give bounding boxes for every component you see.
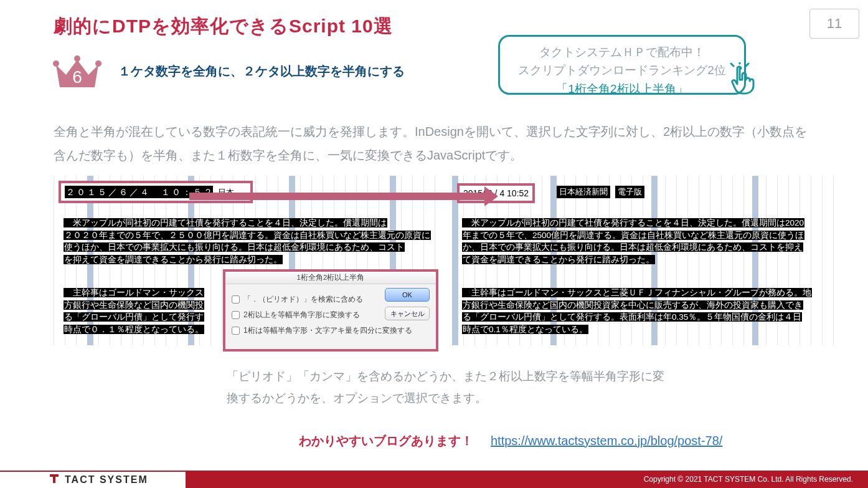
checkbox-icon[interactable]	[232, 311, 240, 319]
date-cell: ０	[75, 186, 86, 198]
text-line: 使うほか、日本での事業拡大にも振り向ける。日本は超低金利環境にあるため、コスト	[64, 242, 405, 252]
arrow-icon	[189, 189, 498, 203]
after-paragraph-1: 米アップルが同社初の円建て社債を発行することを４日、決定した。償還期間は2020…	[462, 217, 828, 266]
text-line: を抑えて資金を調達できることから発行に踏み切った。	[64, 255, 283, 264]
svg-point-4	[74, 55, 80, 62]
date-cell: ５	[97, 186, 107, 198]
date-cell: ２	[65, 186, 75, 198]
date-cell: ／	[128, 186, 139, 198]
ranking-row: 6 １ケタ数字を全角に、２ケタ以上数字を半角にする	[52, 51, 405, 91]
date-cell: １	[86, 186, 97, 198]
text-line: 方銀行や生命保険など国内の機関投	[64, 300, 204, 310]
page-number: 11	[809, 9, 859, 39]
dialog-option-label: 2桁以上を等幅半角字形に変換する	[243, 310, 360, 320]
svg-line-2	[746, 64, 748, 66]
after-paragraph-2: 主幹事はゴールドマン・サックスと三菱ＵＦＪフィナンシャル・グループが務める。地 …	[462, 287, 828, 335]
date-cell: １	[160, 186, 171, 198]
ok-button[interactable]: OK	[385, 288, 430, 302]
blog-link[interactable]: https://www.tactsystem.co.jp/blog/post-7…	[491, 434, 722, 448]
brand-name: TACT SYSTEM	[65, 474, 148, 486]
svg-point-5	[95, 60, 101, 67]
callout-script-name: 「1桁全角2桁以上半角」	[509, 80, 735, 98]
ranking-subtitle: １ケタ数字を全角に、２ケタ以上数字を半角にする	[118, 63, 405, 80]
callout-line1: タクトシステムＨＰで配布中！	[509, 43, 735, 61]
dialog-option-label: 「．（ピリオド）」を検索に含める	[243, 294, 363, 305]
brand-logo: TACT SYSTEM	[0, 471, 186, 488]
tact-mark-icon	[49, 473, 60, 487]
after-date-labels: 日本経済新聞 電子版	[557, 186, 644, 198]
text-line: ２０２０年までの５年で、２５００億円を調達する。資金は自社株買いなど株主還元の原…	[64, 231, 431, 240]
checkbox-icon[interactable]	[232, 295, 240, 304]
blog-lead: わかりやすいブログあります！	[299, 433, 473, 449]
page-title: 劇的にDTPを効率化できるScript 10選	[54, 14, 393, 39]
screenshots-row: ２ ０ １ ５ ／ ６ ／ ４ １ ０ ： ５ ２ 日本 米アップルが同社初の円…	[54, 176, 819, 352]
text-line: る「グローバル円債」として発行す	[64, 312, 204, 322]
text-line: か、日本での事業拡大にも振り向ける。日本は超低金利環境にあるため、コストを抑え	[462, 242, 803, 252]
svg-line-1	[731, 64, 734, 66]
after-screenshot: 2015/ 6 / 4 10:52 日本経済新聞 電子版 米アップルが同社初の円…	[452, 176, 834, 345]
before-paragraph-1: 米アップルが同社初の円建て社債を発行することを４日、決定した。償還期間は ２０２…	[64, 217, 430, 266]
date-cell: ／	[107, 186, 118, 198]
dialog-option-label: 1桁は等幅半角字形・文字アキ量を四分に変換する	[243, 325, 412, 336]
text-line: 年までの５年で、2500億円を調達する。資金は自社株買いなど株主還元の原資に使う…	[462, 231, 804, 240]
footer-bar: Copyright © 2021 TACT SYSTEM Co. Ltd. Al…	[186, 471, 868, 488]
description-text: 全角と半角が混在している数字の表記統一に威力を発揮します。InDesignを開い…	[54, 120, 813, 167]
text-line: 主幹事はゴールドマン・サックス	[64, 288, 204, 297]
footer: TACT SYSTEM Copyright © 2021 TACT SYSTEM…	[0, 471, 868, 488]
text-line: 米アップルが同社初の円建て社債を発行することを４日、決定した。償還期間は	[64, 218, 387, 227]
crown-icon: 6	[52, 51, 102, 91]
date-cell: ４	[139, 186, 149, 198]
callout-box: タクトシステムＨＰで配布中！ スクリプトダウンロードランキング2位 「1桁全角2…	[498, 35, 746, 95]
callout-line2: スクリプトダウンロードランキング2位	[509, 61, 735, 79]
copyright-text: Copyright © 2021 TACT SYSTEM Co. Ltd. Al…	[644, 475, 853, 484]
text-line: る「グローバル円債」として発行する。表面利率は年0.35％。５年物国債の金利は４…	[462, 312, 802, 322]
date-cell	[149, 186, 160, 198]
text-line: 時点で０．１％程度となっている。	[64, 325, 204, 334]
cancel-button[interactable]: キャンセル	[385, 307, 430, 320]
text-line: 主幹事はゴールドマン・サックスと三菱ＵＦＪフィナンシャル・グループが務める。地	[462, 288, 812, 297]
ranking-number: 6	[52, 67, 102, 87]
text-line: て資金を調達できることから発行に踏み切った。	[462, 255, 655, 264]
dialog-title: 1桁全角2桁以上半角	[225, 272, 436, 284]
text-line: 時点で0.1％程度となっている。	[462, 325, 588, 334]
text-line: 米アップルが同社初の円建て社債を発行することを４日、決定した。償還期間は2020	[462, 218, 804, 227]
script-dialog: 1桁全角2桁以上半角 「．（ピリオド）」を検索に含める 2桁以上を等幅半角字形に…	[223, 269, 438, 352]
options-caption: 「ピリオド」「カンマ」を含めるかどうか、また２桁以上数字を等幅半角字形に変換する…	[227, 365, 675, 409]
date-cell: ６	[118, 186, 128, 198]
checkbox-icon[interactable]	[232, 327, 240, 335]
after-label-2: 電子版	[615, 186, 644, 198]
date-cell: ０	[171, 186, 181, 198]
pointer-hand-icon	[729, 62, 757, 97]
after-label-1: 日本経済新聞	[557, 186, 610, 198]
dialog-option-3: 1桁は等幅半角字形・文字アキ量を四分に変換する	[232, 325, 430, 336]
svg-point-3	[53, 60, 59, 67]
text-line: 方銀行や生命保険など国内の機関投資家を中心に販売するが、海外の投資家も購入でき	[462, 300, 803, 310]
blog-row: わかりやすいブログあります！ https://www.tactsystem.co…	[299, 433, 722, 449]
